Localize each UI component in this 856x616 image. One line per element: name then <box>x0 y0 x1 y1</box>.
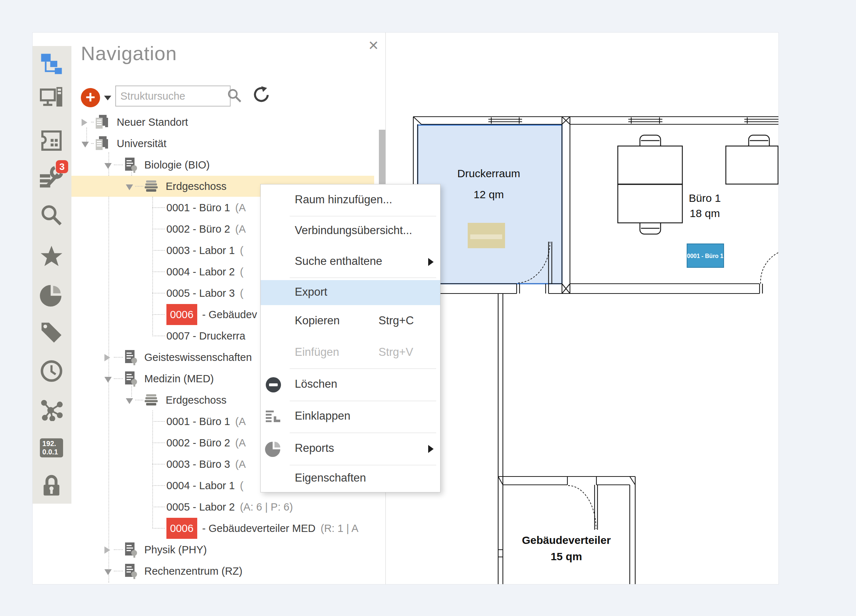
maintenance-icon[interactable]: 3 <box>40 166 63 189</box>
menu-separator <box>290 278 436 278</box>
door-arcs <box>517 242 778 529</box>
floorplan-icon[interactable] <box>40 129 63 152</box>
tree-connector <box>114 378 123 379</box>
tree-connector <box>152 314 165 315</box>
tree-row-label: 0002 - Büro 2(A <box>166 218 246 240</box>
structure-icon[interactable] <box>40 52 63 76</box>
search-icon[interactable] <box>40 204 63 227</box>
tree-row-counts: (R: 1 | A <box>320 522 358 534</box>
collapse-arrow-icon[interactable] <box>126 398 133 404</box>
expand-arrow-icon[interactable] <box>105 354 110 361</box>
menu-item-label: Verbindungsübersicht... <box>295 224 412 237</box>
menu-item-export[interactable]: Export <box>261 280 440 305</box>
tree-row-counts: (A <box>235 202 246 214</box>
tree-row-universität[interactable]: Universität <box>71 133 385 154</box>
tree-row-label: 0007 - Druckerra <box>166 326 245 346</box>
expand-arrow-icon[interactable] <box>105 547 110 554</box>
tree-row-label: Erdgeschoss <box>166 176 226 197</box>
add-dropdown-caret[interactable] <box>104 96 111 100</box>
menu-item-verbindungsübersicht[interactable]: Verbindungsübersicht... <box>261 216 440 246</box>
room-area-druckerraum: 12 qm <box>474 189 503 200</box>
menu-item-label: Löschen <box>295 378 337 391</box>
submenu-arrow-icon <box>428 258 434 266</box>
tree-connector <box>91 143 94 144</box>
menu-item-kopieren[interactable]: KopierenStrg+C <box>261 306 440 337</box>
submenu-arrow-icon <box>428 445 434 453</box>
history-icon[interactable] <box>40 359 63 383</box>
tree-row-counts: ( <box>240 287 244 299</box>
tree-row-counts: (A <box>235 437 246 449</box>
expand-arrow-icon[interactable] <box>82 119 88 126</box>
room-tag-0001[interactable]: 0001 - Büro 1 <box>687 244 724 267</box>
svg-text:0.0.1: 0.0.1 <box>42 448 58 456</box>
tree-row-label: Biologie (BIO) <box>144 154 210 175</box>
menu-item-löschen[interactable]: Löschen <box>261 369 440 401</box>
reports-icon[interactable] <box>40 283 63 307</box>
tree-row-physik-phy-[interactable]: Physik (PHY) <box>71 539 385 560</box>
tree-row-counts: (A <box>235 458 246 470</box>
menu-item-eigenschaften[interactable]: Eigenschaften <box>261 465 440 492</box>
search-input[interactable] <box>115 86 231 106</box>
tree-connector <box>114 571 123 571</box>
collapse-arrow-icon[interactable] <box>105 163 112 169</box>
tree-row-biologie-bio-[interactable]: Biologie (BIO) <box>71 154 385 175</box>
menu-item-raum-hinzufügen[interactable]: Raum hinzufügen... <box>261 184 440 216</box>
room-area-gebaeudeverteiler: 15 qm <box>551 550 582 562</box>
tree-row-0005-labor-2[interactable]: 0005 - Labor 2(A: 6 | P: 6) <box>71 496 385 518</box>
alarm-count-badge: 3 <box>56 160 68 173</box>
tree-connector <box>135 400 143 400</box>
collapse-arrow-icon[interactable] <box>105 569 112 575</box>
tree-row-rechenzentrum-rz-[interactable]: Rechenzentrum (RZ) <box>71 561 385 582</box>
search-icon[interactable] <box>226 88 244 105</box>
tree-row-label: Medizin (MED) <box>144 368 214 389</box>
favorites-icon[interactable] <box>40 245 63 268</box>
tree-row-label: Physik (PHY) <box>144 539 207 560</box>
floorplan-canvas: Druckerraum 12 qm Büro 1 18 qm Gebäudeve… <box>385 32 778 584</box>
room-label-buero1: Büro 1 <box>689 192 721 204</box>
refresh-icon[interactable] <box>251 86 270 105</box>
tree-row-label: 0001 - Büro 1(A <box>166 197 246 218</box>
corridor-wall <box>498 293 503 584</box>
collapse-arrow-icon[interactable] <box>126 184 133 190</box>
tree-connector <box>152 293 165 293</box>
svg-text:192.: 192. <box>42 439 56 447</box>
lock-icon[interactable] <box>40 474 63 497</box>
tree-row-label: Erdgeschoss <box>166 390 226 410</box>
tree-connector <box>152 442 165 443</box>
floor-icon <box>144 392 159 408</box>
tree-row-neuer-standort[interactable]: Neuer Standort <box>71 112 385 133</box>
close-icon[interactable]: ✕ <box>365 38 382 54</box>
building-icon <box>124 542 138 558</box>
topology-icon[interactable] <box>40 398 63 421</box>
building-icon <box>124 563 138 579</box>
delete-icon <box>265 376 282 393</box>
alarm-room-badge: 0006 <box>166 304 197 325</box>
add-button[interactable]: + <box>81 88 100 107</box>
tree-connector <box>114 549 123 550</box>
printer-symbol-detail <box>470 235 502 239</box>
distributor-room-walls <box>498 476 635 584</box>
menu-item-label: Kopieren <box>295 314 340 327</box>
context-menu: Raum hinzufügen...Verbindungsübersicht..… <box>260 184 440 492</box>
floor-icon <box>144 178 159 194</box>
tree-row-0006[interactable]: 0006 - Gebäudeverteiler MED(R: 1 | A <box>71 518 385 539</box>
menu-item-shortcut: Strg+C <box>379 314 414 327</box>
collapse-arrow-icon[interactable] <box>105 377 112 383</box>
tree-row-label: Neuer Standort <box>117 112 188 133</box>
tree-row-label: 0003 - Labor 1( <box>166 240 243 261</box>
menu-item-suche-enthaltene[interactable]: Suche enthaltene <box>261 246 440 278</box>
tree-row-label: 0004 - Labor 1( <box>166 475 243 496</box>
tree-connector <box>152 229 165 229</box>
menu-item-label: Reports <box>295 442 334 455</box>
menu-item-einklappen[interactable]: Einklappen <box>261 401 440 433</box>
menu-item-reports[interactable]: Reports <box>261 433 440 465</box>
tree-connector <box>91 122 94 123</box>
workstation-icon[interactable] <box>40 86 63 109</box>
tags-icon[interactable] <box>40 321 63 344</box>
tree-row-label: Geisteswissenschaften <box>144 347 252 368</box>
tree-connector <box>114 357 123 358</box>
building-icon <box>124 371 138 387</box>
ip-icon[interactable]: 192.0.0.1 <box>40 436 63 459</box>
collapse-arrow-icon[interactable] <box>82 142 89 147</box>
svg-text:0001 - Büro 1: 0001 - Büro 1 <box>687 253 724 259</box>
